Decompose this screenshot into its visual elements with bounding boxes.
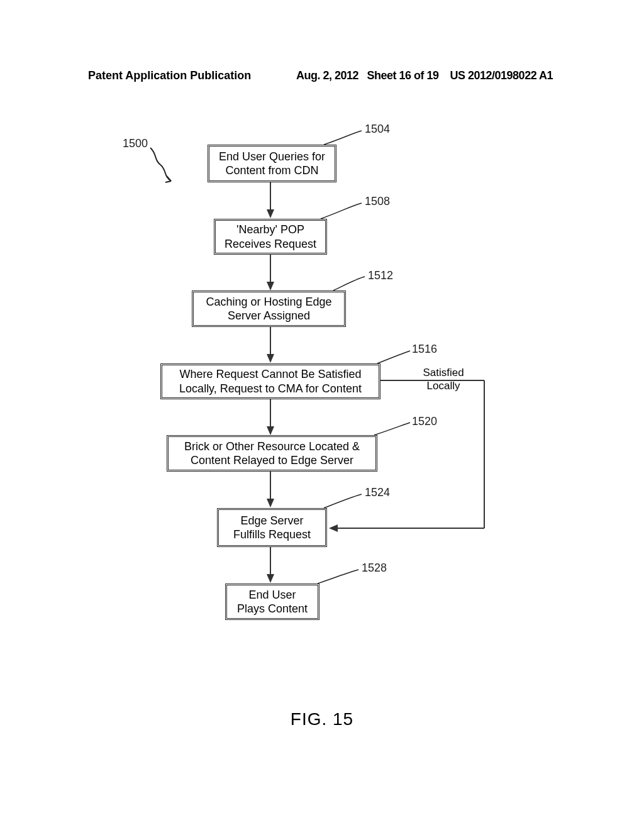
box-1508-text: 'Nearby' POP Receives Request xyxy=(222,223,319,251)
box-1528: End User Plays Content xyxy=(225,584,319,620)
diagram-connectors xyxy=(0,119,644,748)
ref-1524: 1524 xyxy=(365,486,390,499)
ref-1520: 1520 xyxy=(412,415,437,428)
ref-1512: 1512 xyxy=(368,269,393,282)
ref-1500: 1500 xyxy=(123,137,148,150)
box-1524-text: Edge Server Fulfills Request xyxy=(225,514,319,542)
box-1504: End User Queries for Content from CDN xyxy=(208,145,336,182)
box-1520-text: Brick or Other Resource Located & Conten… xyxy=(175,440,369,468)
page-header: Patent Application Publication Aug. 2, 2… xyxy=(0,69,644,82)
box-1512-text: Caching or Hosting Edge Server Assigned xyxy=(200,295,338,323)
ref-1504: 1504 xyxy=(365,123,390,136)
box-1524: Edge Server Fulfills Request xyxy=(217,508,327,547)
box-1516: Where Request Cannot Be Satisfied Locall… xyxy=(160,363,380,399)
box-1520: Brick or Other Resource Located & Conten… xyxy=(167,435,377,472)
branch-label-satisfied-locally: Satisfied Locally xyxy=(412,366,475,393)
box-1528-text: End User Plays Content xyxy=(233,588,311,616)
sheet-number: Sheet 16 of 19 xyxy=(367,69,438,82)
box-1512: Caching or Hosting Edge Server Assigned xyxy=(192,290,346,327)
flowchart-diagram: 1500 1504 1508 1512 1516 1520 1524 1528 … xyxy=(0,119,644,748)
ref-1508: 1508 xyxy=(365,195,390,208)
ref-1516: 1516 xyxy=(412,343,437,356)
ref-1528: 1528 xyxy=(362,562,387,575)
box-1516-text: Where Request Cannot Be Satisfied Locall… xyxy=(169,367,372,396)
box-1508: 'Nearby' POP Receives Request xyxy=(214,219,327,255)
doc-number: US 2012/0198022 A1 xyxy=(450,69,553,82)
pub-date: Aug. 2, 2012 xyxy=(296,69,358,82)
publication-info: Aug. 2, 2012 Sheet 16 of 19 US 2012/0198… xyxy=(296,69,553,82)
box-1504-text: End User Queries for Content from CDN xyxy=(216,150,328,178)
figure-caption: FIG. 15 xyxy=(0,709,644,729)
publication-label: Patent Application Publication xyxy=(88,69,251,82)
